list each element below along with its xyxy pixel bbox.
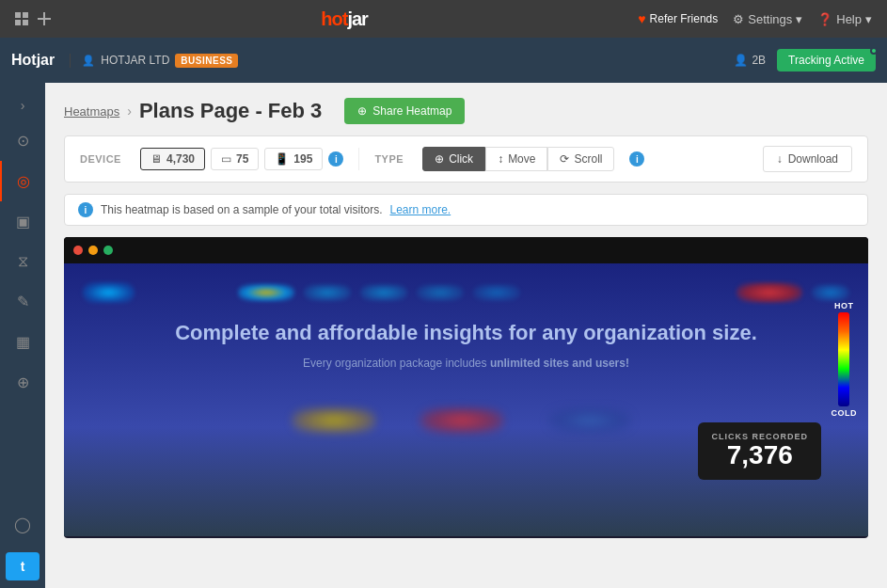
controls-bar: DEVICE 🖥 4,730 ▭ 75 📱 195 i [64, 135, 868, 183]
sidebar-item-recordings[interactable]: ▣ [0, 201, 45, 242]
sidebar-item-heatmaps[interactable]: ◎ [0, 161, 45, 201]
sidebar-item-funnels[interactable]: ⧖ [0, 242, 45, 281]
sidebar: › ⊙ ◎ ▣ ⧖ ✎ ▦ ⊕ ◯ t [0, 83, 45, 588]
heatmap-text-overlay: Complete and affordable insights for any… [64, 263, 868, 536]
type-move-button[interactable]: ↕ Move [485, 147, 547, 171]
user-avatar-icon: ◯ [14, 516, 31, 533]
scroll-label: Scroll [574, 152, 602, 166]
business-badge: BUSINESS [175, 54, 238, 68]
app-header: Hotjar 👤 HOTJAR LTD BUSINESS 👤 2B Tracki… [0, 38, 887, 83]
heatmap-main-title: Complete and affordable insights for any… [175, 320, 757, 347]
sidebar-item-feedback[interactable]: ✎ [0, 281, 45, 322]
heatmap-subtitle-text: Every organization package includes [303, 357, 486, 370]
plan-card-1 [282, 398, 395, 445]
clicks-recorded-tooltip: CLICKS RECORDED 7,376 [698, 422, 821, 480]
tracking-active-badge: Tracking Active [777, 49, 876, 72]
share-heatmap-label: Share Heatmap [372, 104, 451, 118]
device-group: 🖥 4,730 ▭ 75 📱 195 i [140, 148, 343, 170]
dashboard-icon: ⊙ [17, 132, 29, 150]
download-label: Download [788, 152, 838, 166]
color-legend: HOT COLD [832, 301, 858, 418]
type-info-icon[interactable]: i [629, 151, 644, 167]
content-inner: Heatmaps › Plans Page - Feb 3 ⊕ Share He… [45, 83, 887, 553]
refer-friends-label: Refer Friends [650, 12, 719, 25]
breadcrumb-parent[interactable]: Heatmaps [64, 104, 119, 119]
sidebar-toggle[interactable]: › [0, 90, 45, 120]
funnels-icon: ⧖ [18, 253, 28, 270]
help-button[interactable]: ❓ Help ▾ [817, 12, 872, 26]
feedback-icon: ✎ [17, 293, 29, 310]
desktop-count: 4,730 [166, 152, 195, 166]
device-tablet-button[interactable]: ▭ 75 [211, 148, 259, 170]
sidebar-item-user[interactable]: ◯ [0, 504, 45, 545]
type-group: ⊕ Click ↕ Move ⟳ Scroll [422, 147, 614, 171]
mobile-count: 195 [293, 152, 312, 166]
download-icon: ↓ [777, 152, 783, 166]
plan-card-2 [410, 398, 523, 445]
hotjar-logo: hotjar [321, 8, 368, 30]
type-click-button[interactable]: ⊕ Click [422, 147, 485, 171]
type-label: TYPE [374, 153, 404, 165]
grid-icon[interactable] [15, 12, 28, 25]
device-mobile-button[interactable]: 📱 195 [264, 148, 323, 170]
main-layout: › ⊙ ◎ ▣ ⧖ ✎ ▦ ⊕ ◯ t Heatmaps [0, 83, 887, 588]
settings-label: Settings [748, 12, 792, 26]
share-heatmap-button[interactable]: ⊕ Share Heatmap [344, 98, 465, 124]
user-count: 👤 2B [734, 54, 766, 67]
plan-blob-3 [547, 407, 632, 434]
heatmap-container: Complete and affordable insights for any… [64, 237, 868, 538]
browser-bar: hotjar ♥ Refer Friends ⚙ Settings ▾ ❓ He… [0, 0, 887, 38]
heatmap-icon: ◎ [17, 172, 30, 190]
tablet-icon: ▭ [221, 152, 231, 166]
content-area: Heatmaps › Plans Page - Feb 3 ⊕ Share He… [45, 83, 887, 588]
move-icon: ↕ [498, 152, 503, 166]
heatmap-nav-bar [64, 237, 868, 263]
twitter-button[interactable]: t [6, 552, 40, 580]
recordings-icon: ▣ [16, 213, 30, 230]
desktop-icon: 🖥 [150, 152, 162, 166]
move-label: Move [508, 152, 535, 166]
svg-rect-2 [15, 20, 21, 25]
sidebar-item-polls[interactable]: ▦ [0, 322, 45, 362]
help-label: Help [836, 12, 862, 26]
svg-rect-3 [23, 20, 28, 25]
question-icon: ❓ [817, 12, 832, 26]
heatmap-subtitle: Every organization package includes unli… [303, 357, 629, 370]
plan-card-3 [538, 398, 651, 445]
controls-divider [358, 148, 359, 170]
svg-rect-0 [15, 12, 21, 18]
share-icon: ⊕ [357, 104, 367, 118]
type-scroll-button[interactable]: ⟳ Scroll [547, 147, 614, 171]
learn-more-link[interactable]: Learn more. [389, 203, 451, 216]
sidebar-item-dashboard[interactable]: ⊙ [0, 120, 45, 161]
click-label: Click [449, 152, 473, 166]
click-icon: ⊕ [435, 152, 444, 166]
plan-cards-row [282, 398, 651, 445]
polls-icon: ▦ [16, 333, 30, 351]
app-logo: Hotjar [11, 52, 55, 69]
add-icon[interactable] [38, 12, 51, 25]
svg-rect-5 [38, 18, 51, 20]
refer-friends-link[interactable]: ♥ Refer Friends [638, 11, 718, 26]
mobile-icon: 📱 [275, 152, 289, 166]
sidebar-item-incoming[interactable]: ⊕ [0, 362, 45, 403]
nav-close-dot [73, 246, 83, 255]
page-title: Plans Page - Feb 3 [139, 99, 322, 123]
notice-info-icon: i [78, 202, 93, 217]
org-icon: 👤 [82, 55, 95, 67]
device-label: DEVICE [80, 153, 121, 165]
org-name: HOTJAR LTD [101, 54, 169, 67]
legend-color-bar [838, 312, 849, 406]
info-notice: i This heatmap is based on a sample of y… [64, 194, 868, 226]
nav-maximize-dot [103, 246, 113, 255]
device-desktop-button[interactable]: 🖥 4,730 [140, 148, 205, 170]
tracking-dot [870, 47, 878, 55]
org-breadcrumb: 👤 HOTJAR LTD BUSINESS [70, 54, 238, 68]
settings-button[interactable]: ⚙ Settings ▾ [733, 12, 802, 26]
tracking-label: Tracking Active [788, 54, 864, 67]
tablet-count: 75 [236, 152, 248, 166]
device-info-icon[interactable]: i [328, 151, 343, 167]
download-button[interactable]: ↓ Download [763, 146, 852, 172]
notice-text: This heatmap is based on a sample of you… [101, 203, 382, 216]
legend-hot-label: HOT [834, 301, 854, 310]
